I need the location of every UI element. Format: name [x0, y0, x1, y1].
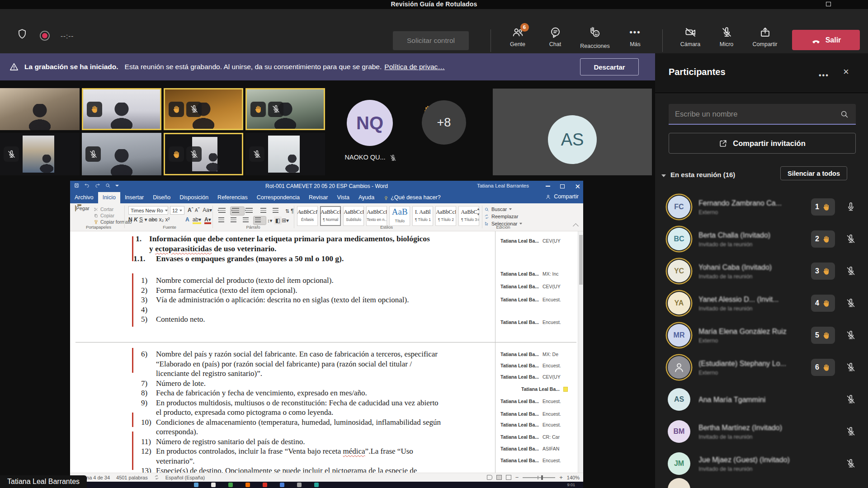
- style-option: AaB Título: [389, 206, 410, 226]
- raised-hand-icon: [822, 299, 831, 308]
- group-label: Portapapeles: [71, 225, 126, 230]
- shared-screen-taskbar: 9:01: [70, 482, 583, 488]
- numbering-icon: [232, 208, 239, 213]
- comment-reference: Tatiana Leal Ba...Encuest.: [500, 297, 580, 302]
- participant-mic-button[interactable]: [845, 362, 856, 373]
- video-tile[interactable]: [164, 133, 243, 175]
- video-tile[interactable]: [0, 133, 80, 175]
- participant-mic-button[interactable]: [845, 266, 856, 277]
- highlight-color-icon: ab▾: [193, 216, 201, 224]
- word-menu-tabs: Archivo Inicio Insertar Diseño Disposici…: [70, 192, 583, 203]
- recording-indicator-icon: [40, 31, 50, 41]
- more-button[interactable]: ••• Más: [618, 26, 652, 52]
- camera-button[interactable]: Cámara: [673, 26, 708, 52]
- overflow-participants-badge[interactable]: +8: [422, 100, 466, 145]
- avatar: [668, 356, 690, 379]
- word-menu-tab: Revisar: [304, 192, 332, 203]
- alignment-icons: ↕▾ ◧⊞▾: [217, 216, 289, 225]
- document-list-item: 6) Nombre del país y razón social del fa…: [141, 349, 443, 379]
- avatar: [668, 478, 690, 488]
- video-tile[interactable]: AS: [493, 89, 652, 175]
- dismiss-button[interactable]: Descartar: [580, 58, 639, 75]
- video-tile[interactable]: [245, 88, 325, 130]
- participant-mic-button[interactable]: [845, 426, 856, 437]
- align-left-icon: [218, 217, 224, 222]
- shield-icon: [16, 28, 28, 40]
- cut-button: Cortar: [94, 206, 113, 212]
- close-panel-icon[interactable]: ×: [843, 66, 849, 78]
- people-button[interactable]: 6 Gente: [500, 26, 535, 52]
- mic-button[interactable]: Micro: [709, 26, 744, 52]
- participant-row[interactable]: YA Yanet Alessio D... (Invit... Invitado…: [655, 287, 868, 319]
- people-icon: 6: [512, 26, 524, 38]
- participant-row[interactable]: MR María Elena González Ruiz Externo 5: [655, 319, 868, 352]
- request-control-button[interactable]: Solicitar control: [393, 31, 469, 50]
- meeting-title: Revisión Guía de Rotulados: [0, 0, 868, 8]
- participant-mic-button[interactable]: [845, 330, 856, 341]
- participant-row[interactable]: BC Berta Challa (Invitado) Invitado de l…: [655, 223, 868, 255]
- video-tile[interactable]: [245, 133, 325, 175]
- font-name-select: Times New Ro: [128, 206, 168, 215]
- style-option: AaBbCcI Énfasis: [297, 206, 318, 226]
- document-list-item: 3) Vía de administración o aplicación: d…: [141, 295, 443, 305]
- raised-hand-icon: [822, 235, 831, 244]
- document-list: 6) Nombre del país y razón social del fa…: [141, 349, 443, 473]
- leave-button[interactable]: Salir: [792, 30, 860, 50]
- avatar: AS: [548, 115, 597, 164]
- word-menu-tab: Vista: [332, 192, 354, 203]
- taskbar-app-icon: [211, 483, 216, 487]
- participant-role: Externo: [698, 370, 807, 376]
- raised-hand-badge: 5: [811, 327, 835, 344]
- taskbar-app-icon: [314, 483, 319, 487]
- video-tile[interactable]: [164, 88, 243, 130]
- more-options-icon[interactable]: •••: [819, 71, 830, 80]
- share-button[interactable]: Compartir: [748, 26, 782, 52]
- participant-mic-button[interactable]: [845, 394, 856, 405]
- mic-off-icon: [389, 154, 397, 162]
- avatar: FC: [668, 196, 690, 218]
- replace-button: Reemplazar: [484, 214, 518, 219]
- reactions-button[interactable]: Reacciones: [578, 26, 612, 52]
- mic-off-icon: [249, 146, 264, 162]
- participant-row[interactable]: AS Ana María Tgammini: [655, 384, 868, 416]
- decrease-indent-icon: [260, 208, 266, 213]
- avatar[interactable]: NQ: [347, 100, 393, 146]
- in-meeting-section-label[interactable]: En esta reunión (16): [670, 171, 735, 178]
- participant-mic-button[interactable]: [845, 298, 856, 309]
- participant-row[interactable]: BM Bertha Martínez (Invitado) Invitado d…: [655, 416, 868, 448]
- search-icon: [840, 109, 849, 119]
- web-layout-icon: [506, 475, 511, 480]
- video-tile[interactable]: [82, 88, 161, 130]
- mute-all-button[interactable]: Silenciar a todos: [780, 166, 847, 180]
- chat-icon: [549, 26, 561, 38]
- raised-hand-icon: [822, 202, 831, 211]
- participant-search-input[interactable]: [669, 104, 856, 125]
- chat-button[interactable]: Chat: [538, 26, 572, 52]
- chevron-down-icon[interactable]: [661, 174, 666, 177]
- share-invitation-button[interactable]: Compartir invitación: [669, 133, 856, 154]
- taskbar-app-icon: [194, 483, 198, 487]
- video-tile[interactable]: [82, 133, 161, 175]
- participant-row[interactable]: (Estudiante) Stephany Lo... Externo 6: [655, 352, 868, 384]
- privacy-policy-link[interactable]: Política de privac…: [384, 63, 445, 71]
- collapse-ribbon-icon: [573, 223, 579, 229]
- bullets-icon: [218, 208, 226, 213]
- sort-icon: ⇅: [285, 208, 289, 214]
- mic-off-icon: [85, 146, 101, 162]
- align-center-icon: [231, 217, 236, 222]
- participant-mic-button[interactable]: [845, 202, 856, 212]
- participant-mic-button[interactable]: [845, 234, 856, 244]
- toolbar-divider: [662, 29, 663, 52]
- change-bar: [132, 432, 133, 470]
- window-restore-icon[interactable]: [826, 2, 831, 6]
- meeting-timer: --:--: [61, 32, 74, 40]
- document-list-item: 7) Número de lote.: [141, 379, 443, 389]
- participant-mic-button[interactable]: [845, 458, 856, 469]
- taskbar-app-icon: [297, 483, 302, 487]
- participant-row[interactable]: [655, 474, 868, 488]
- video-tile[interactable]: [0, 88, 80, 130]
- participant-row[interactable]: FC Fernando Zambrano Ca... Externo 1: [655, 191, 868, 223]
- participant-row[interactable]: YC Yohani Caba (Invitado) Invitado de la…: [655, 255, 868, 287]
- multilevel-list-icon: [245, 208, 253, 213]
- mic-off-icon: [268, 102, 283, 117]
